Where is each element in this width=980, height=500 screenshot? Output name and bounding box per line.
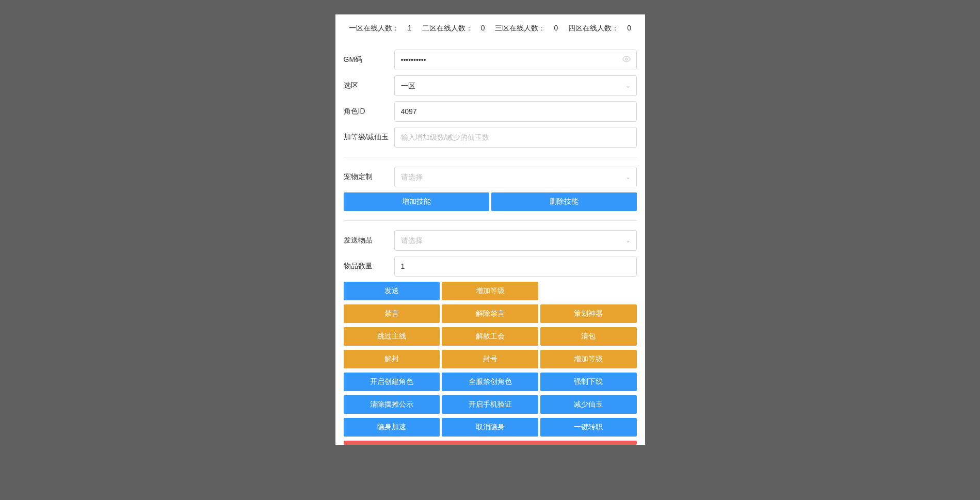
add-level2-button[interactable]: 增加等级: [540, 350, 637, 368]
level-row: 加等级/减仙玉: [344, 127, 637, 148]
role-id-row: 角色ID: [344, 101, 637, 122]
form-card: GM码 选区 一区 ⌄ 角色ID 加等级/减仙玉: [335, 42, 645, 445]
item-qty-row: 物品数量: [344, 256, 637, 277]
zone1-label: 一区在线人数：: [349, 24, 399, 32]
zone-label: 选区: [344, 81, 394, 90]
force-offline-button[interactable]: 强制下线: [540, 373, 637, 391]
pet-label: 宠物定制: [344, 172, 394, 182]
dissolve-guild-button[interactable]: 解散工会: [442, 327, 538, 346]
mute-button[interactable]: 禁言: [344, 304, 440, 323]
row-mute: 禁言 解除禁言 策划神器: [344, 304, 637, 323]
delete-skill-button[interactable]: 删除技能: [491, 192, 637, 211]
gm-code-label: GM码: [344, 55, 394, 64]
skill-buttons: 增加技能 删除技能: [344, 192, 637, 211]
gm-code-row: GM码: [344, 50, 637, 70]
send-item-row: 发送物品 请选择 ⌄: [344, 230, 637, 251]
divider: [344, 220, 637, 221]
admin-panel: 一区在线人数：1 二区在线人数：0 三区在线人数：0 四区在线人数：0 GM码 …: [335, 14, 645, 445]
zone4-label: 四区在线人数：: [568, 24, 619, 32]
row-stealth: 隐身加速 取消隐身 一键转职: [344, 418, 637, 437]
row-create: 开启创建角色 全服禁创角色 强制下线: [344, 373, 637, 391]
zone-row: 选区 一区 ⌄: [344, 75, 637, 96]
role-id-input[interactable]: [394, 101, 637, 122]
online-count-header: 一区在线人数：1 二区在线人数：0 三区在线人数：0 四区在线人数：0: [335, 14, 645, 42]
svg-point-0: [625, 58, 628, 60]
item-qty-input[interactable]: [394, 256, 637, 277]
add-level-button[interactable]: 增加等级: [442, 282, 538, 300]
divider: [344, 157, 637, 157]
row-clear-stall: 清除摆摊公示 开启手机验证 减少仙玉: [344, 395, 637, 414]
reduce-jade-button[interactable]: 减少仙玉: [540, 395, 637, 414]
send-buttons: 发送 增加等级: [344, 282, 637, 300]
zone3-count: 0: [554, 24, 558, 32]
eye-icon[interactable]: [622, 55, 631, 65]
zone2-count: 0: [481, 24, 485, 32]
add-skill-button[interactable]: 增加技能: [344, 192, 489, 211]
gm-code-input[interactable]: [394, 50, 637, 70]
open-create-button[interactable]: 开启创建角色: [344, 373, 440, 391]
skip-main-button[interactable]: 跳过主线: [344, 327, 440, 346]
row-ban: 解封 封号 增加等级: [344, 350, 637, 368]
stealth-speed-button[interactable]: 隐身加速: [344, 418, 440, 437]
zone1-count: 1: [408, 24, 412, 32]
transfer-job-button[interactable]: 一键转职: [540, 418, 637, 437]
unban-button[interactable]: 解封: [344, 350, 440, 368]
send-button[interactable]: 发送: [344, 282, 440, 300]
row-red: [344, 441, 637, 445]
clear-stall-button[interactable]: 清除摆摊公示: [344, 395, 440, 414]
send-item-label: 发送物品: [344, 236, 394, 245]
unmute-button[interactable]: 解除禁言: [442, 304, 538, 323]
zone4-count: 0: [627, 24, 631, 32]
zone3-label: 三区在线人数：: [495, 24, 545, 32]
send-item-select[interactable]: 请选择: [394, 230, 637, 251]
role-id-label: 角色ID: [344, 107, 394, 116]
pet-row: 宠物定制 请选择 ⌄: [344, 167, 637, 187]
row-skip: 跳过主线 解散工会 清包: [344, 327, 637, 346]
item-qty-label: 物品数量: [344, 262, 394, 271]
open-phone-button[interactable]: 开启手机验证: [442, 395, 538, 414]
level-label: 加等级/减仙玉: [344, 133, 394, 142]
red-button[interactable]: [344, 441, 637, 445]
ban-button[interactable]: 封号: [442, 350, 538, 368]
level-input[interactable]: [394, 127, 637, 148]
forbid-create-button[interactable]: 全服禁创角色: [442, 373, 538, 391]
zone2-label: 二区在线人数：: [422, 24, 473, 32]
zone-select[interactable]: 一区: [394, 75, 637, 96]
weapon-button[interactable]: 策划神器: [540, 304, 637, 323]
clear-bag-button[interactable]: 清包: [540, 327, 637, 346]
pet-select[interactable]: 请选择: [394, 167, 637, 187]
cancel-stealth-button[interactable]: 取消隐身: [442, 418, 538, 437]
